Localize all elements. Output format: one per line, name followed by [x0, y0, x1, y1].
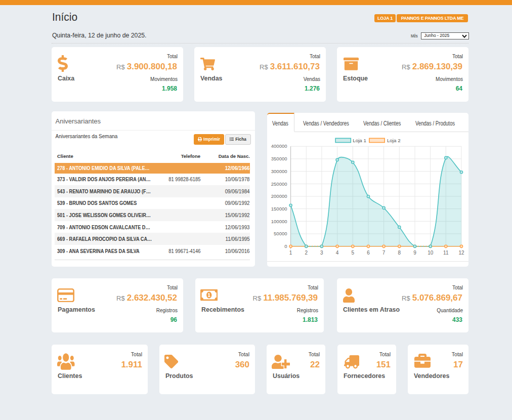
svg-text:250000: 250000	[271, 181, 287, 187]
svg-text:4: 4	[336, 250, 339, 256]
svg-text:10: 10	[428, 250, 434, 256]
svg-text:12: 12	[458, 250, 464, 256]
svg-text:100000: 100000	[271, 219, 287, 224]
svg-text:11: 11	[443, 250, 449, 256]
svg-text:0: 0	[284, 243, 287, 249]
svg-text:5: 5	[352, 250, 355, 256]
svg-text:7: 7	[382, 250, 386, 256]
svg-text:400000: 400000	[271, 143, 287, 149]
svg-text:150000: 150000	[271, 206, 287, 212]
svg-text:6: 6	[367, 250, 370, 256]
svg-text:9: 9	[413, 250, 416, 256]
svg-text:1: 1	[289, 250, 292, 256]
svg-text:8: 8	[398, 250, 401, 256]
svg-text:3: 3	[320, 250, 323, 256]
svg-text:Loja 2: Loja 2	[387, 138, 401, 143]
svg-text:300000: 300000	[271, 169, 287, 174]
svg-text:2: 2	[305, 250, 308, 256]
svg-text:350000: 350000	[271, 156, 287, 161]
svg-text:Loja 1: Loja 1	[353, 138, 366, 143]
svg-text:200000: 200000	[271, 193, 287, 199]
svg-text:50000: 50000	[274, 231, 287, 236]
